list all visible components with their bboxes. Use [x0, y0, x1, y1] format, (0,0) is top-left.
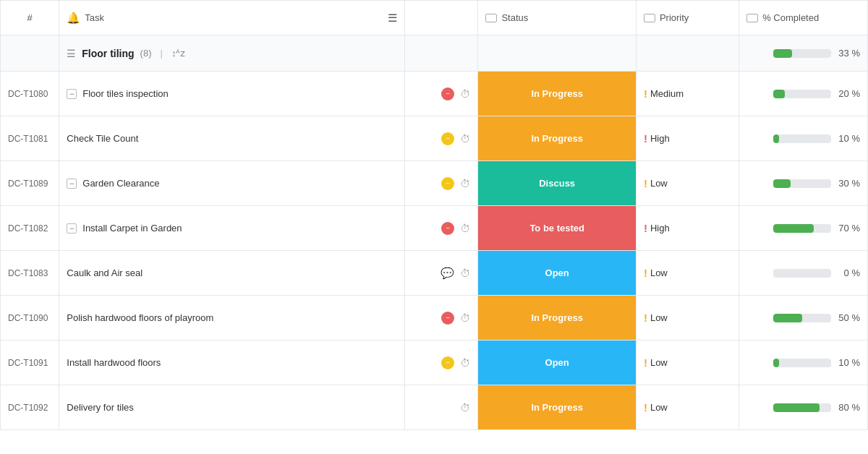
group-priority-cell — [636, 35, 739, 72]
status-col-icon — [485, 14, 497, 22]
task-checkbox[interactable] — [67, 179, 77, 189]
row-priority: !Low — [636, 340, 739, 385]
priority-header-label: Priority — [660, 12, 689, 23]
table-row: DC-T1091Install hardwood floors−⏱Open!Lo… — [1, 340, 868, 385]
priority-col-icon — [644, 14, 655, 22]
table-row: DC-T1080Floor tiles inspection−⏱In Progr… — [1, 72, 868, 116]
sort-az-icon[interactable]: ↕ᴬᴢ — [171, 48, 186, 59]
progress-bar-fill — [773, 179, 791, 188]
status-badge[interactable]: In Progress — [478, 72, 635, 116]
clock-icon: ⏱ — [460, 178, 470, 189]
col-header-icons — [404, 1, 478, 35]
num-header-label: # — [27, 12, 33, 23]
row-completed: 70 % — [739, 206, 868, 251]
priority-label: Low — [650, 178, 668, 189]
row-completed: 10 % — [739, 116, 868, 161]
task-label: Caulk and Air seal — [67, 267, 142, 278]
group-completed-cell: 33 % — [739, 35, 868, 72]
table-row: DC-T1083Caulk and Air seal💬⏱Open!Low0 % — [1, 251, 868, 296]
row-status[interactable]: Open — [478, 251, 636, 296]
row-icons: −⏱ — [404, 296, 478, 340]
row-status[interactable]: To be tested — [478, 206, 636, 251]
col-header-num: # — [1, 1, 59, 35]
row-task: Garden Clearance — [59, 161, 405, 206]
task-checkbox[interactable] — [67, 89, 77, 99]
clock-icon: ⏱ — [460, 312, 470, 324]
status-dot-yellow: − — [441, 356, 454, 369]
clock-icon: ⏱ — [460, 88, 470, 100]
row-status[interactable]: In Progress — [478, 296, 636, 340]
status-badge[interactable]: Open — [478, 340, 635, 385]
pct-label: 50 % — [837, 312, 860, 323]
filter-list-icon[interactable]: ☰ — [388, 12, 397, 25]
row-status[interactable]: In Progress — [478, 72, 636, 116]
row-status[interactable]: In Progress — [478, 116, 636, 161]
priority-excl-icon: ! — [644, 132, 647, 145]
status-badge[interactable]: In Progress — [478, 296, 635, 340]
table-row: DC-T1082Install Carpet in Garden−⏱To be … — [1, 206, 868, 251]
progress-bar-bg — [773, 134, 831, 143]
row-completed: 30 % — [739, 161, 868, 206]
completed-header-label: % Completed — [762, 12, 819, 23]
task-label: Polish hardwood floors of playroom — [67, 312, 213, 323]
table-row: DC-T1081Check Tile Count−⏱In Progress!Hi… — [1, 116, 868, 161]
priority-label: Low — [650, 312, 668, 323]
group-count: (8) — [140, 48, 152, 59]
row-completed: 20 % — [739, 72, 868, 116]
progress-bar-bg — [773, 90, 831, 98]
task-checkbox[interactable] — [67, 223, 77, 234]
status-badge[interactable]: In Progress — [478, 116, 635, 160]
progress-bar-fill — [773, 314, 802, 322]
progress-bar-bg — [773, 359, 831, 367]
pct-label: 20 % — [837, 88, 860, 99]
progress-bar-fill — [773, 134, 779, 143]
priority-label: Low — [650, 402, 668, 413]
table-row: DC-T1089Garden Clearance−⏱Discuss!Low30 … — [1, 161, 868, 206]
row-task: Polish hardwood floors of playroom — [59, 296, 405, 340]
row-task: Floor tiles inspection — [59, 72, 405, 116]
progress-bar-bg — [773, 403, 831, 412]
pct-label: 80 % — [837, 402, 860, 413]
row-status[interactable]: Open — [478, 340, 636, 385]
row-task: Caulk and Air seal — [59, 251, 405, 296]
task-header-label: Task — [85, 12, 104, 23]
row-status[interactable]: Discuss — [478, 161, 636, 206]
status-badge[interactable]: In Progress — [478, 385, 635, 429]
clock-icon: ⏱ — [460, 223, 470, 234]
group-collapse-icon[interactable]: ☰ — [67, 48, 76, 59]
priority-excl-icon: ! — [644, 356, 647, 369]
row-id: DC-T1091 — [1, 340, 59, 385]
status-dot-red: − — [441, 312, 454, 325]
clock-icon: ⏱ — [460, 402, 470, 414]
progress-bar-bg — [773, 314, 831, 322]
row-status[interactable]: In Progress — [478, 385, 636, 430]
priority-label: High — [650, 133, 670, 144]
progress-bar-bg — [773, 179, 831, 188]
progress-bar-bg — [773, 224, 831, 233]
priority-excl-icon: ! — [644, 222, 647, 234]
row-id: DC-T1082 — [1, 206, 59, 251]
pct-label: 70 % — [837, 223, 860, 234]
pct-label: 10 % — [837, 133, 860, 144]
group-row: ☰ Floor tiling (8) | ↕ᴬᴢ 33 % — [1, 35, 868, 72]
group-progress-bar-bg — [773, 49, 831, 58]
status-dot-red: − — [441, 222, 454, 235]
status-dot-yellow: − — [441, 132, 454, 145]
priority-excl-icon: ! — [644, 401, 647, 414]
task-label: Floor tiles inspection — [82, 88, 169, 99]
table-row: DC-T1090Polish hardwood floors of playro… — [1, 296, 868, 340]
progress-bar-bg — [773, 269, 831, 278]
group-pct-label: 33 % — [837, 48, 860, 59]
status-badge[interactable]: To be tested — [478, 206, 635, 250]
bell-icon: 🔔 — [67, 12, 80, 25]
task-label: Garden Clearance — [82, 178, 159, 189]
row-priority: !Medium — [636, 72, 739, 116]
status-badge[interactable]: Discuss — [478, 161, 635, 205]
group-progress-bar-fill — [773, 49, 792, 58]
progress-bar-fill — [773, 403, 820, 412]
group-title: Floor tiling — [82, 48, 134, 59]
group-task-cell: ☰ Floor tiling (8) | ↕ᴬᴢ — [59, 35, 405, 72]
status-badge[interactable]: Open — [478, 251, 635, 295]
group-icons-cell — [404, 35, 478, 72]
row-id: DC-T1080 — [1, 72, 59, 116]
